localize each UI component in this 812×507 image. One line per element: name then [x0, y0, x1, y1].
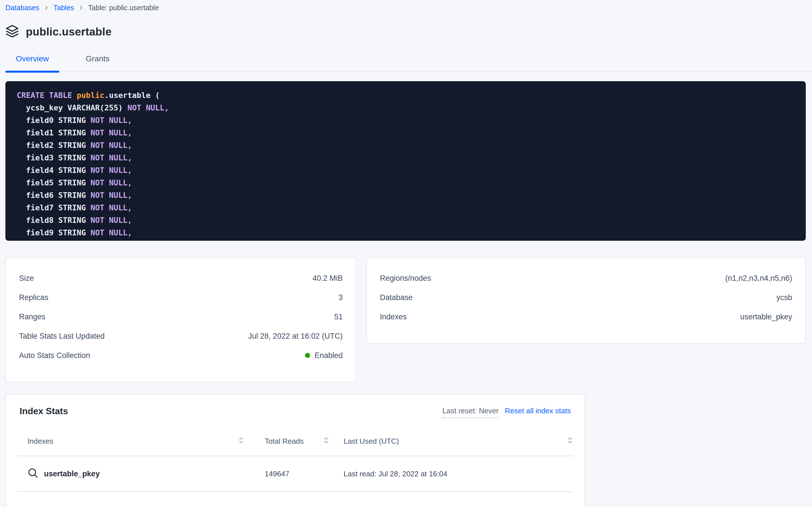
- stat-row-auto-stats: Auto Stats Collection Enabled: [19, 346, 343, 365]
- sql-line: field2 STRING NOT NULL,: [17, 139, 806, 152]
- stat-row-size: Size 40.2 MiB: [19, 269, 343, 288]
- sql-line: field9 STRING NOT NULL,: [17, 227, 806, 239]
- stat-label: Indexes: [380, 313, 407, 321]
- index-stats-header: Index Stats Last reset: Never Reset all …: [17, 406, 573, 418]
- stat-value: usertable_pkey: [740, 313, 792, 321]
- breadcrumb-current: Table: public.usertable: [88, 3, 159, 12]
- stat-row-ranges: Ranges 51: [19, 307, 343, 327]
- stat-value: ycsb: [776, 293, 792, 302]
- sql-line: ycsb_key VARCHAR(255) NOT NULL,: [17, 102, 806, 114]
- sql-line: field4 STRING NOT NULL,: [17, 164, 806, 177]
- stat-row-database: Database ycsb: [380, 288, 792, 307]
- sort-icon[interactable]: [323, 436, 329, 446]
- stat-value: Enabled: [305, 351, 343, 360]
- column-label: Total Reads: [265, 437, 304, 446]
- stat-value: (n1,n2,n3,n4,n5,n6): [725, 274, 792, 283]
- sql-code: CREATE TABLE public.usertable ( ycsb_key…: [17, 89, 806, 239]
- stat-row-replicas: Replicas 3: [19, 288, 343, 307]
- create-statement-box: CREATE TABLE public.usertable ( ycsb_key…: [5, 81, 806, 241]
- sort-icon[interactable]: [567, 436, 573, 446]
- table-details-page: Databases Tables Table: public.usertable…: [0, 0, 812, 507]
- column-label: Indexes: [27, 437, 53, 446]
- sql-line: field8 STRING NOT NULL,: [17, 214, 806, 227]
- chevron-right-icon: [78, 5, 84, 11]
- page-title: public.usertable: [26, 25, 112, 38]
- stat-value: 51: [334, 313, 343, 321]
- tab-overview[interactable]: Overview: [5, 54, 59, 71]
- sort-icon[interactable]: [238, 436, 244, 446]
- stat-row-indexes: Indexes usertable_pkey: [380, 307, 792, 327]
- stat-label: Auto Stats Collection: [19, 351, 90, 360]
- stat-value: 3: [338, 293, 343, 302]
- index-name: usertable_pkey: [44, 469, 100, 478]
- stat-label: Size: [19, 274, 34, 283]
- breadcrumb-link-databases[interactable]: Databases: [5, 3, 40, 12]
- index-stats-actions: Last reset: Never Reset all index stats: [442, 406, 571, 418]
- sql-line: field0 STRING NOT NULL,: [17, 114, 806, 127]
- sql-line: field6 STRING NOT NULL,: [17, 189, 806, 202]
- sql-line: field3 STRING NOT NULL,: [17, 152, 806, 164]
- search-icon: [27, 467, 38, 480]
- index-name-cell[interactable]: usertable_pkey: [17, 467, 244, 480]
- status-text: Enabled: [315, 351, 343, 360]
- page-header: public.usertable: [5, 24, 806, 39]
- column-header-indexes[interactable]: Indexes: [17, 436, 244, 446]
- sql-line: field7 STRING NOT NULL,: [17, 202, 806, 214]
- stat-row-stats-updated: Table Stats Last Updated Jul 28, 2022 at…: [19, 327, 343, 346]
- table-stats-card: Size 40.2 MiB Replicas 3 Ranges 51 Table…: [5, 257, 356, 382]
- stat-label: Replicas: [19, 293, 49, 302]
- last-reset-label[interactable]: Last reset: Never: [442, 406, 498, 418]
- index-stats-title: Index Stats: [19, 406, 68, 416]
- stat-label: Ranges: [19, 313, 45, 321]
- sql-line: field1 STRING NOT NULL,: [17, 127, 806, 139]
- sql-line: CREATE TABLE public.usertable (: [17, 89, 806, 102]
- stat-label: Table Stats Last Updated: [19, 332, 105, 341]
- chevron-right-icon: [44, 5, 50, 11]
- last-used-cell: Last read: Jul 28, 2022 at 16:04: [329, 469, 573, 478]
- stat-label: Database: [380, 293, 413, 302]
- tab-grants[interactable]: Grants: [71, 54, 125, 71]
- stat-value: 40.2 MiB: [312, 274, 343, 283]
- index-stats-card: Index Stats Last reset: Never Reset all …: [5, 394, 585, 507]
- index-stats-table: Indexes Total Reads Last Used (UTC): [17, 427, 573, 492]
- column-header-total-reads[interactable]: Total Reads: [244, 436, 329, 446]
- stat-value: Jul 28, 2022 at 16:02 (UTC): [248, 332, 343, 341]
- breadcrumb: Databases Tables Table: public.usertable: [5, 3, 806, 12]
- table-row: usertable_pkey 149647 Last read: Jul 28,…: [17, 456, 573, 492]
- stat-label: Regions/nodes: [380, 274, 431, 283]
- column-label: Last Used (UTC): [343, 437, 399, 446]
- tab-bar: Overview Grants: [5, 54, 812, 72]
- sql-line: field5 STRING NOT NULL,: [17, 177, 806, 189]
- total-reads-cell: 149647: [244, 469, 329, 478]
- status-dot-green: [305, 353, 310, 358]
- stat-row-regions: Regions/nodes (n1,n2,n3,n4,n5,n6): [380, 269, 792, 288]
- layers-icon: [5, 24, 19, 39]
- reset-all-index-stats-link[interactable]: Reset all index stats: [505, 406, 571, 415]
- breadcrumb-link-tables[interactable]: Tables: [54, 3, 74, 12]
- column-header-last-used[interactable]: Last Used (UTC): [329, 436, 573, 446]
- details-cards-row: Size 40.2 MiB Replicas 3 Ranges 51 Table…: [5, 257, 806, 382]
- table-meta-card: Regions/nodes (n1,n2,n3,n4,n5,n6) Databa…: [366, 257, 806, 343]
- index-stats-table-header: Indexes Total Reads Last Used (UTC): [17, 427, 573, 456]
